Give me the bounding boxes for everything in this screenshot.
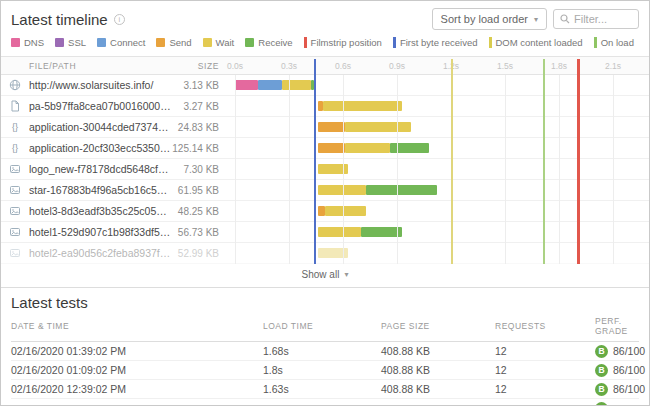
test-requests: 12 [495,403,595,406]
requests-column-header: REQUESTS [495,321,595,331]
waterfall-bar-receive [366,185,436,195]
chevron-down-icon: ▾ [534,15,538,24]
file-type-image-icon [9,247,29,259]
axis-ticks: 0.0s0.3s0.6s0.9s1.2s1.5s1.8s2.1s [229,57,649,74]
file-path[interactable]: star-167883b4f96a5cb16c5ab7aa322ab69af0f… [29,184,171,196]
legend-item-send: Send [156,37,191,48]
file-path[interactable]: http://www.solarsuites.info/ [29,79,171,91]
legend-item-receive: Receive [245,37,292,48]
test-row[interactable]: 02/16/2020 01:09:02 PM1.8s408.88 KB12B86… [11,361,639,380]
test-load-time: 1.63s [263,403,381,406]
show-all-label: Show all [302,269,340,280]
sort-by-load-order-button[interactable]: Sort by load order ▾ [432,8,547,30]
waterfall-bar-wait [318,185,367,195]
timeline-row[interactable]: pa-5b97ffa8cea07b00160000d2.js3.27 KB [1,96,649,117]
file-path[interactable]: pa-5b97ffa8cea07b00160000d2.js [29,100,171,112]
waterfall-bar-dns [235,80,258,90]
chevron-down-icon: ▾ [344,270,348,279]
waterfall-cell [229,96,649,116]
filter-input[interactable] [574,13,632,25]
connect-swatch-icon [97,38,106,47]
timeline-row[interactable]: hotel1-529d907c1b98f33df5c9d988f7126e8fb… [1,222,649,243]
file-path[interactable]: logo_new-f78178dcd5648cf852de92bd9ab7c66… [29,163,171,175]
waterfall-bar-wait [282,80,311,90]
test-page-size: 408.88 KB [381,364,495,376]
waterfall-bar-receive [311,80,315,90]
file-path[interactable]: hotel2-ea90d56c2feba8937f75ca5f68b3413c7… [29,247,171,259]
test-perf-grade: B86/100 [595,383,645,396]
dns-swatch-icon [11,38,20,47]
test-requests: 12 [495,345,595,357]
info-icon[interactable]: i [114,14,125,25]
test-datetime: 02/16/2020 01:09:02 PM [11,364,263,376]
timeline-section: Latest timeline i Sort by load order ▾ D… [1,1,649,284]
waterfall-bar-wait [318,164,349,174]
waterfall-bar-wait [323,101,402,111]
legend-label: Wait [216,37,235,48]
svg-text:{}: {} [12,143,18,153]
on-load-marker-icon [594,37,597,48]
grade-score: 86/100 [613,345,645,357]
axis-tick-label: 1.2s [443,61,459,71]
test-datetime: 02/16/2020 01:39:02 PM [11,345,263,357]
file-type-globe-icon [9,79,29,91]
test-load-time: 1.63s [263,383,381,395]
timeline-row[interactable]: {}application-30044cded7374aa68af9334504… [1,117,649,138]
show-all-button[interactable]: Show all ▾ [1,264,649,284]
legend-item-dom-content-loaded: DOM content loaded [489,37,583,48]
test-page-size: 408.88 KB [381,383,495,395]
legend-label: On load [601,37,634,48]
test-row[interactable]: 02/16/2020 01:39:02 PM1.68s408.88 KB12B8… [11,342,639,361]
test-datetime: 02/16/2020 12:39:02 PM [11,383,263,395]
legend-item-connect: Connect [97,37,145,48]
file-type-image-icon [9,226,29,238]
axis-tick-label: 0.3s [281,61,297,71]
file-path[interactable]: application-30044cded7374aa68af9334504e6… [29,121,171,133]
axis-tick-label: 0.0s [227,61,243,71]
file-type-script-icon [9,100,29,112]
test-requests: 12 [495,383,595,395]
test-load-time: 1.68s [263,345,381,357]
timeline-row[interactable]: hotel3-8d3eadf3b35c25c05687a7094d1ccd0c8… [1,201,649,222]
file-path[interactable]: hotel3-8d3eadf3b35c25c05687a7094d1ccd0c8… [29,205,171,217]
waterfall-bar-wait [345,143,390,153]
test-perf-grade: B86/100 [595,364,645,377]
dom-content-loaded-marker-icon [489,37,492,48]
timeline-row[interactable]: http://www.solarsuites.info/3.13 KB [1,75,649,96]
waterfall-bar-connect [258,80,281,90]
legend-label: Connect [110,37,145,48]
test-perf-grade: B86/100 [595,345,645,358]
timeline-row[interactable]: {}application-20cf303ecc5350eae60ea168d2… [1,138,649,159]
file-size: 52.99 KB [171,248,229,259]
page-size-column-header: PAGE SIZE [381,321,495,331]
file-size: 3.27 KB [171,101,229,112]
axis-tick-label: 1.5s [497,61,513,71]
test-row[interactable]: 02/16/2020 12:09:02 PM1.63s408.87 KB12B8… [11,399,639,406]
file-size: 24.83 KB [171,122,229,133]
test-load-time: 1.8s [263,364,381,376]
test-row[interactable]: 02/16/2020 12:39:02 PM1.63s408.88 KB12B8… [11,380,639,399]
axis-tick-label: 2.1s [605,61,621,71]
legend-label: Filmstrip position [311,37,382,48]
timeline-row[interactable]: hotel2-ea90d56c2feba8937f75ca5f68b3413c7… [1,243,649,264]
test-datetime: 02/16/2020 12:09:02 PM [11,403,263,406]
timeline-title: Latest timeline [11,11,108,28]
timeline-row[interactable]: star-167883b4f96a5cb16c5ab7aa322ab69af0f… [1,180,649,201]
sort-button-label: Sort by load order [441,13,528,25]
waterfall-cell [229,138,649,158]
axis-tick-label: 0.9s [389,61,405,71]
file-type-braces-icon: {} [9,142,29,154]
date-time-column-header: DATE & TIME [11,321,263,331]
waterfall-cell [229,201,649,221]
search-icon [560,14,570,24]
file-type-image-icon [9,205,29,217]
grade-score: 86/100 [613,364,645,376]
first-byte-received-marker-icon [393,37,396,48]
file-path[interactable]: application-20cf303ecc5350eae60ea168d23a… [29,142,171,154]
timeline-row[interactable]: logo_new-f78178dcd5648cf852de92bd9ab7c66… [1,159,649,180]
tests-title: Latest tests [11,294,88,311]
file-path[interactable]: hotel1-529d907c1b98f33df5c9d988f7126e8fb… [29,226,171,238]
legend-label: Receive [258,37,292,48]
axis-tick-label: 0.6s [335,61,351,71]
filter-box[interactable] [553,9,639,29]
